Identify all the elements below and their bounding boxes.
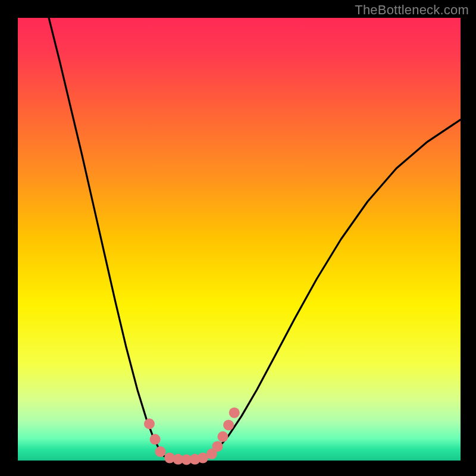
chart-frame: TheBottleneck.com [0,0,476,476]
data-marker [155,446,166,457]
data-marker [217,431,228,442]
watermark-text: TheBottleneck.com [355,2,469,18]
data-marker [212,441,223,452]
data-marker [229,408,240,418]
chart-background [18,18,461,461]
data-marker [223,419,234,430]
chart-plot [0,0,476,476]
data-marker [144,418,155,429]
data-marker [150,434,161,444]
